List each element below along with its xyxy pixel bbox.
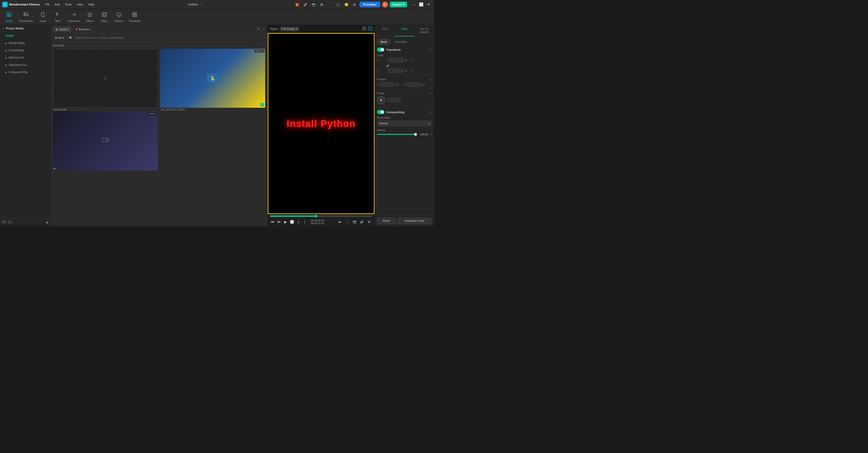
- tab-tts[interactable]: Text To Speech: [414, 25, 434, 36]
- filter-icon[interactable]: [256, 27, 260, 32]
- maximize-button[interactable]: ⬜: [418, 1, 425, 8]
- reset-button[interactable]: Reset: [377, 218, 396, 224]
- transform-header: Transform ◇: [377, 47, 432, 52]
- sidebar-item-adjustment[interactable]: ▶ Adjustment La...: [1, 62, 50, 68]
- toolbar-stock-media[interactable]: Stock Media: [17, 10, 35, 24]
- sub-tab-animation[interactable]: Animation: [392, 39, 410, 45]
- user-avatar[interactable]: C: [382, 2, 388, 7]
- toolbar-effects[interactable]: Effects: [83, 10, 97, 24]
- record-button[interactable]: Record ▾: [73, 26, 93, 32]
- toolbar-titles[interactable]: T Titles: [51, 10, 64, 24]
- sidebar-item-compound-clip[interactable]: ▶ Compound Clip: [1, 69, 50, 76]
- import-media-placeholder[interactable]: + Import Media: [53, 49, 158, 111]
- pos-y-input[interactable]: 0.00: [406, 82, 421, 87]
- panel-collapse-arrow[interactable]: ▼: [2, 27, 5, 30]
- gift-icon-btn[interactable]: 🎁: [294, 1, 300, 8]
- right-panel-bottom-actions: Reset Keyframe Panel: [375, 215, 434, 226]
- menu-file[interactable]: File: [43, 2, 52, 7]
- sub-tab-basic[interactable]: Basic: [377, 39, 391, 45]
- progress-bar[interactable]: [270, 216, 372, 217]
- scale-y-input[interactable]: 100.00: [388, 68, 403, 73]
- sidebar-item-global-media[interactable]: ▶ Global Media: [1, 40, 50, 46]
- rotate-dial[interactable]: [377, 96, 385, 104]
- settings-playback-button[interactable]: ⚙: [366, 219, 372, 225]
- menu-edit[interactable]: Edit: [53, 2, 62, 7]
- smiley-icon-btn[interactable]: 🙂: [343, 1, 349, 8]
- left-panel: ▼ Project Media Folder ▶ Global Media ▶ …: [0, 25, 51, 226]
- tab-video[interactable]: Video: [395, 25, 414, 36]
- media-item-vid2[interactable]: 00:00:19 ▶: [53, 111, 158, 170]
- progress-handle[interactable]: [315, 215, 317, 218]
- media-item-vid1[interactable]: 🐍 00:00:12 ✓ VID_20241010_063504: [160, 49, 265, 111]
- sidebar-item-cloud-media[interactable]: ▶ Cloud Media: [1, 47, 50, 54]
- menu-view[interactable]: View: [75, 2, 85, 7]
- svg-point-11: [118, 14, 119, 14]
- scale-x-input[interactable]: 100.00: [388, 58, 403, 63]
- toolbar-media[interactable]: Media: [2, 10, 16, 24]
- menu-tools[interactable]: Tools: [63, 2, 73, 7]
- toolbar-audio[interactable]: Audio: [36, 10, 50, 24]
- compositing-toggle[interactable]: [377, 110, 384, 114]
- rocket-icon-btn[interactable]: 🚀: [302, 1, 308, 8]
- media-icon-btn[interactable]: 📷: [310, 1, 317, 8]
- rotate-keyframe-icon[interactable]: ◇: [430, 92, 432, 95]
- smart-folder-icon[interactable]: [8, 220, 11, 225]
- minimize-button[interactable]: ─: [411, 1, 417, 8]
- pos-x-input[interactable]: 0.00: [380, 82, 395, 87]
- import-button[interactable]: Import ▾: [53, 27, 71, 32]
- sidebar-collapse-icon[interactable]: ◀: [46, 221, 48, 224]
- keyframe-panel-button[interactable]: Keyframe Panel: [398, 218, 432, 224]
- transform-toggle[interactable]: [377, 47, 384, 52]
- search-input[interactable]: [74, 35, 265, 40]
- fullscreen-button[interactable]: ⛶: [344, 219, 350, 225]
- grid-view-icon[interactable]: [362, 26, 366, 31]
- bracket-left-button[interactable]: {: [296, 219, 301, 225]
- bracket-right-button[interactable]: }: [302, 219, 307, 225]
- menu-help[interactable]: Help: [86, 2, 96, 7]
- layout-icon-btn[interactable]: ⊞: [318, 1, 325, 8]
- smart-button[interactable]: Smart ▾: [53, 35, 66, 40]
- menu-bar: F Wondershare Filmora File Edit Tools Vi…: [0, 0, 434, 9]
- scale-y-keyframe[interactable]: ◇: [410, 69, 412, 72]
- export-button[interactable]: Export ▾: [390, 2, 407, 7]
- grid-icon-btn[interactable]: ⊞: [351, 1, 358, 8]
- import-placeholder-area[interactable]: +: [53, 49, 158, 108]
- volume-button[interactable]: 🔊: [359, 219, 365, 225]
- purchase-button[interactable]: Purchase: [360, 2, 380, 7]
- frame-back-button[interactable]: ⏭: [276, 219, 281, 225]
- toolbar-filters[interactable]: Filters: [97, 10, 111, 24]
- quality-select[interactable]: Full Quality ▾: [280, 26, 299, 31]
- transitions-icon: [71, 12, 76, 19]
- position-keyframe-icon[interactable]: ◇: [430, 78, 432, 81]
- toolbar-templates[interactable]: Templates: [127, 10, 143, 24]
- rotate-input[interactable]: 0.00°: [387, 98, 401, 102]
- tab-text[interactable]: Text: [375, 25, 395, 36]
- headphone-icon-btn[interactable]: 🎧: [335, 1, 341, 8]
- screen-icon-btn[interactable]: 📱: [327, 1, 333, 8]
- sidebar-item-folder[interactable]: Folder: [1, 32, 50, 39]
- crop-button[interactable]: ⬜: [289, 219, 294, 225]
- import-dropdown-arrow: ▾: [68, 28, 69, 31]
- pos-y-label: Y: [403, 83, 405, 86]
- close-button[interactable]: ✕: [425, 1, 432, 8]
- play-button[interactable]: ▶: [283, 219, 288, 225]
- more-options-icon[interactable]: ⋯: [262, 28, 265, 31]
- opacity-keyframe-icon[interactable]: ◇: [430, 133, 432, 136]
- toolbar-transitions[interactable]: Transitions: [65, 10, 82, 24]
- toolbar-stickers[interactable]: Stickers: [112, 10, 126, 24]
- new-folder-icon[interactable]: [2, 220, 6, 225]
- screenshot-button[interactable]: 📷: [351, 219, 358, 225]
- opacity-slider[interactable]: [377, 134, 417, 135]
- single-view-icon[interactable]: [368, 26, 372, 31]
- compositing-header: Compositing ◇: [377, 110, 432, 114]
- scale-lock-icon[interactable]: 🔗: [386, 64, 389, 67]
- skip-back-button[interactable]: ⏮: [270, 219, 275, 225]
- opacity-label: Opacity: [377, 129, 432, 131]
- sidebar-item-influence-kit[interactable]: ▶ Influence Kit: [1, 54, 50, 61]
- clip-forward-button[interactable]: ⏭: [337, 219, 343, 225]
- sidebar-compound-arrow: ▶: [5, 71, 7, 73]
- scale-x-keyframe[interactable]: ◇: [410, 59, 412, 62]
- transform-keyframe-icon[interactable]: ◇: [430, 48, 432, 51]
- compositing-keyframe-icon[interactable]: ◇: [430, 110, 432, 114]
- blend-mode-select[interactable]: Normal: [377, 121, 432, 126]
